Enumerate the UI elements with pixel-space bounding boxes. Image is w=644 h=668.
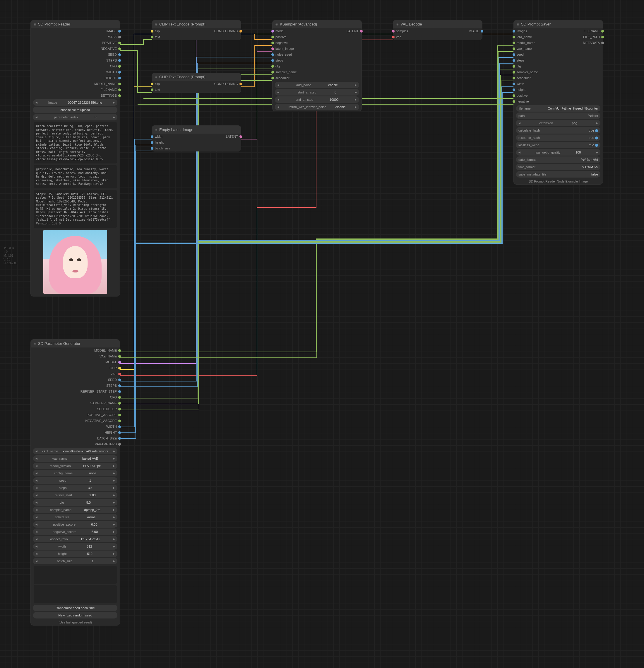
arrow-left-icon[interactable]: ◀	[35, 494, 37, 497]
node-vae-decode[interactable]: VAE Decode IMAGE samples vae	[393, 20, 483, 40]
arrow-right-icon[interactable]: ▶	[113, 537, 115, 541]
arrow-right-icon[interactable]: ▶	[113, 560, 115, 563]
port-width: width	[514, 81, 563, 87]
arrow-right-icon[interactable]: ▶	[113, 501, 115, 504]
arrow-right-icon[interactable]: ▶	[113, 486, 115, 489]
arrow-left-icon[interactable]: ◀	[35, 465, 37, 467]
arrow-left-icon[interactable]: ◀	[35, 545, 37, 548]
widget-width[interactable]: ◀width512▶	[33, 543, 117, 550]
arrow-right-icon[interactable]: ▶	[113, 545, 115, 548]
port-width: width	[152, 134, 197, 139]
node-title: KSampler (Advanced)	[272, 20, 362, 28]
widget-param-index[interactable]: ◀parameter_index0▶	[33, 114, 117, 120]
widget-negative-ascore[interactable]: ◀negative_ascore6.00▶	[33, 529, 117, 535]
widget-config-name[interactable]: ◀config_namenone▶	[33, 470, 117, 476]
node-clip-text-encode-1[interactable]: CLIP Text Encode (Prompt) CONDITIONING c…	[152, 20, 241, 40]
widget-path[interactable]: path%date/	[516, 112, 600, 119]
arrow-left-icon[interactable]: ◀	[35, 101, 37, 104]
port-seed: seed	[514, 51, 563, 57]
node-sd-parameter-generator[interactable]: SD Parameter Generator MODEL_NAMEVAE_NAM…	[30, 339, 120, 625]
arrow-right-icon[interactable]: ▶	[355, 105, 357, 108]
widget-filename[interactable]: filenameComfyUI_%time_%seed_%counter	[516, 105, 600, 112]
port-model-name: MODEL_NAME	[31, 81, 120, 87]
widget-cfg[interactable]: ◀cfg8.0▶	[33, 499, 117, 506]
widget-model-version[interactable]: ◀model_versionSDv1 512px▶	[33, 462, 117, 469]
arrow-right-icon[interactable]: ▶	[113, 516, 115, 519]
arrow-right-icon[interactable]: ▶	[113, 494, 115, 497]
widget-positive-ascore[interactable]: ◀positive_ascore6.00▶	[33, 521, 117, 528]
arrow-right-icon[interactable]: ▶	[113, 450, 115, 453]
widget-batch-size[interactable]: ◀batch_size1▶	[33, 558, 117, 564]
widget-add-noise[interactable]: ◀add_noiseenable▶	[275, 82, 359, 88]
node-empty-latent-image[interactable]: Empty Latent Image LATENT width height b…	[152, 125, 241, 151]
arrow-left-icon[interactable]: ◀	[35, 516, 37, 519]
arrow-left-icon[interactable]: ◀	[518, 122, 520, 124]
port-height: height	[152, 139, 197, 145]
port-width: WIDTH	[31, 69, 120, 75]
arrow-right-icon[interactable]: ▶	[113, 101, 115, 104]
widget-aspect-ratio[interactable]: ◀aspect_ratio1:1 - 512x512▶	[33, 536, 117, 542]
port-clip: clip	[152, 28, 197, 34]
widget-extension[interactable]: ◀extensionpng▶	[516, 120, 600, 126]
widget-sampler-name[interactable]: ◀sampler_namedpmpp_2m▶	[33, 506, 117, 513]
widget-height[interactable]: ◀height512▶	[33, 550, 117, 557]
arrow-left-icon[interactable]: ◀	[35, 457, 37, 460]
widget-save-metadata-file[interactable]: save_metadata_filefalse	[516, 171, 600, 178]
arrow-left-icon[interactable]: ◀	[35, 537, 37, 541]
widget-jpg-webp-quality[interactable]: ◀jpg_webp_quality100▶	[516, 149, 600, 155]
arrow-right-icon[interactable]: ▶	[113, 552, 115, 555]
widget-refiner-start[interactable]: ◀refiner_start1.00▶	[33, 492, 117, 498]
arrow-right-icon[interactable]: ▶	[113, 530, 115, 533]
widget-calculate-hash[interactable]: calculate_hashtrue	[516, 127, 600, 134]
arrow-left-icon[interactable]: ◀	[518, 151, 520, 154]
randomize-seed-button[interactable]: Randomize seed each time	[33, 605, 117, 611]
arrow-left-icon[interactable]: ◀	[35, 472, 37, 475]
widget-ckpt-name[interactable]: ◀ckpt_namexxmix9realistic_v40.safetensor…	[33, 448, 117, 454]
arrow-right-icon[interactable]: ▶	[113, 472, 115, 475]
node-sd-prompt-reader[interactable]: SD Prompt Reader IMAGEMASKPOSITIVENEGATI…	[30, 20, 120, 297]
arrow-left-icon[interactable]: ◀	[35, 479, 37, 482]
widget-resource-hash[interactable]: resource_hashtrue	[516, 135, 600, 141]
arrow-right-icon[interactable]: ▶	[113, 479, 115, 482]
new-fixed-seed-button[interactable]: New fixed random seed	[33, 612, 117, 619]
arrow-left-icon[interactable]: ◀	[277, 105, 279, 108]
node-ksampler-advanced[interactable]: KSampler (Advanced) LATENT modelpositive…	[272, 20, 362, 111]
widget-scheduler[interactable]: ◀schedulerkarras▶	[33, 514, 117, 520]
port-mask: MASK	[31, 34, 120, 40]
widget-time-format[interactable]: time_format%H%M%S	[516, 164, 600, 170]
arrow-left-icon[interactable]: ◀	[35, 486, 37, 489]
arrow-right-icon[interactable]: ▶	[596, 151, 598, 154]
arrow-right-icon[interactable]: ▶	[355, 91, 357, 94]
arrow-right-icon[interactable]: ▶	[113, 457, 115, 460]
port-vae: VAE	[31, 371, 120, 377]
arrow-right-icon[interactable]: ▶	[113, 508, 115, 511]
node-sd-prompt-saver[interactable]: SD Prompt Saver FILENAMEFILE_PATHMETADAT…	[514, 20, 603, 185]
upload-button[interactable]: choose file to upload	[33, 107, 117, 113]
arrow-right-icon[interactable]: ▶	[113, 523, 115, 526]
arrow-left-icon[interactable]: ◀	[35, 450, 37, 453]
arrow-left-icon[interactable]: ◀	[35, 508, 37, 511]
arrow-left-icon[interactable]: ◀	[35, 501, 37, 504]
arrow-right-icon[interactable]: ▶	[596, 122, 598, 124]
arrow-right-icon[interactable]: ▶	[355, 84, 357, 87]
port-cfg: cfg	[272, 63, 326, 69]
widget-date-format[interactable]: date_format%Y-%m-%d	[516, 156, 600, 163]
arrow-left-icon[interactable]: ◀	[35, 530, 37, 533]
widget-steps[interactable]: ◀steps30▶	[33, 485, 117, 491]
arrow-right-icon[interactable]: ▶	[355, 98, 357, 101]
arrow-left-icon[interactable]: ◀	[35, 523, 37, 526]
node-clip-text-encode-2[interactable]: CLIP Text Encode (Prompt) CONDITIONING c…	[152, 73, 241, 93]
widget-return-with-leftover-noise[interactable]: ◀return_with_leftover_noisedisable▶	[275, 104, 359, 110]
arrow-right-icon[interactable]: ▶	[113, 465, 115, 467]
widget-end-at-step[interactable]: ◀end_at_step10000▶	[275, 96, 359, 103]
widget-image[interactable]: ◀image00067-2302238556.png▶	[33, 99, 117, 106]
arrow-left-icon[interactable]: ◀	[277, 91, 279, 94]
arrow-left-icon[interactable]: ◀	[277, 84, 279, 87]
widget-seed[interactable]: ◀seed-1▶	[33, 477, 117, 484]
widget-start-at-step[interactable]: ◀start_at_step0▶	[275, 89, 359, 95]
arrow-left-icon[interactable]: ◀	[35, 552, 37, 555]
widget-lossless-webp[interactable]: lossless_webptrue	[516, 142, 600, 148]
arrow-left-icon[interactable]: ◀	[277, 98, 279, 101]
arrow-left-icon[interactable]: ◀	[35, 560, 37, 563]
widget-vae-name[interactable]: ◀vae_namebaked VAE▶	[33, 455, 117, 462]
